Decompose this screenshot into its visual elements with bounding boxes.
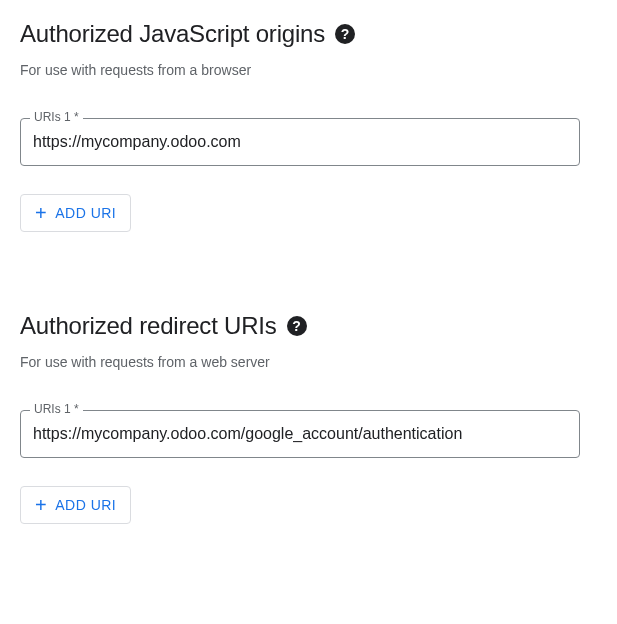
plus-icon: + — [35, 203, 47, 223]
js-origins-header: Authorized JavaScript origins ? — [20, 20, 597, 48]
js-origins-input-label: URIs 1 * — [30, 110, 83, 124]
help-icon[interactable]: ? — [335, 24, 355, 44]
js-origins-title: Authorized JavaScript origins — [20, 20, 325, 48]
js-origins-uri-input[interactable] — [20, 118, 580, 166]
redirect-uris-add-uri-button[interactable]: + ADD URI — [20, 486, 131, 524]
js-origins-description: For use with requests from a browser — [20, 62, 597, 78]
redirect-uris-input-label: URIs 1 * — [30, 402, 83, 416]
redirect-uris-input-wrapper: URIs 1 * — [20, 410, 597, 458]
redirect-uris-uri-input[interactable] — [20, 410, 580, 458]
js-origins-section: Authorized JavaScript origins ? For use … — [20, 20, 597, 232]
plus-icon: + — [35, 495, 47, 515]
redirect-uris-description: For use with requests from a web server — [20, 354, 597, 370]
redirect-uris-header: Authorized redirect URIs ? — [20, 312, 597, 340]
add-uri-label: ADD URI — [55, 497, 116, 513]
help-icon[interactable]: ? — [287, 316, 307, 336]
js-origins-input-wrapper: URIs 1 * — [20, 118, 597, 166]
redirect-uris-title: Authorized redirect URIs — [20, 312, 277, 340]
add-uri-label: ADD URI — [55, 205, 116, 221]
js-origins-add-uri-button[interactable]: + ADD URI — [20, 194, 131, 232]
redirect-uris-section: Authorized redirect URIs ? For use with … — [20, 312, 597, 524]
